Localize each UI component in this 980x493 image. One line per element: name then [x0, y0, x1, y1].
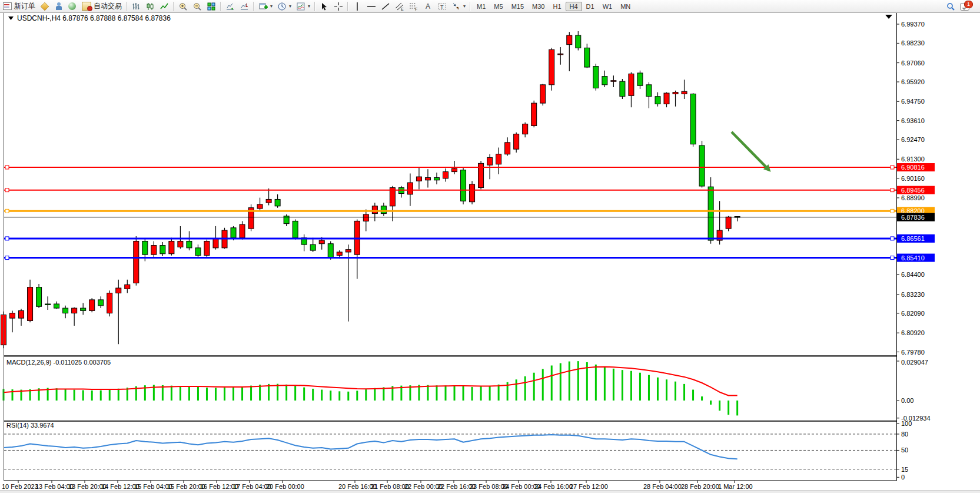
- chart-window[interactable]: MACD(12,26,9) -0.011025 0.0037050.029047…: [0, 13, 980, 490]
- candle-bullish: [407, 183, 413, 194]
- timeframe-h1[interactable]: H1: [549, 2, 565, 11]
- timeframe-m1[interactable]: M1: [473, 2, 490, 11]
- line-handle[interactable]: [5, 237, 9, 240]
- line-handle[interactable]: [891, 209, 894, 213]
- expert-advisors-button[interactable]: [52, 1, 65, 12]
- macd-histogram-bar: [206, 388, 208, 401]
- timeframe-d1[interactable]: D1: [582, 2, 599, 11]
- autotrading-button[interactable]: 自动交易: [79, 1, 124, 12]
- search-icon: [946, 2, 955, 11]
- time-axis-label: 21 Feb 08:00: [371, 483, 409, 490]
- text-label-icon: T: [437, 2, 447, 11]
- candle-bullish: [664, 93, 669, 104]
- rsi-label: RSI(14) 33.9674: [6, 422, 54, 429]
- macd-histogram-bar: [675, 382, 676, 401]
- zoom-in-button[interactable]: [176, 1, 190, 12]
- market-globe-button[interactable]: [65, 1, 79, 12]
- chart-canvas[interactable]: MACD(12,26,9) -0.011025 0.0037050.029047…: [0, 13, 980, 493]
- candle-bullish: [151, 246, 157, 255]
- line-chart-mode-button[interactable]: [157, 1, 171, 12]
- candlestick-mode-button[interactable]: [143, 1, 157, 12]
- candle-bearish: [195, 248, 201, 256]
- macd-axis-label: 0.00: [901, 397, 913, 404]
- new-chart-button[interactable]: ▾: [256, 1, 275, 12]
- price-badge-label: 6.85410: [901, 254, 925, 262]
- dropdown-arrow-icon: ▾: [463, 4, 466, 9]
- macd-histogram-bar: [710, 401, 712, 405]
- line-handle[interactable]: [5, 209, 9, 213]
- chart-shift-button[interactable]: [237, 1, 251, 12]
- price-axis-label: 6.97060: [901, 59, 925, 67]
- candle-bearish: [187, 241, 192, 247]
- candle-bearish: [620, 81, 625, 97]
- person-icon: [55, 2, 62, 10]
- new-order-button[interactable]: 新订单: [0, 1, 38, 12]
- line-handle[interactable]: [891, 237, 894, 240]
- auto-scroll-button[interactable]: [223, 1, 237, 12]
- template-button[interactable]: ▾: [294, 1, 313, 12]
- horizontal-line-tool-button[interactable]: [364, 1, 378, 12]
- macd-histogram-bar: [285, 385, 287, 401]
- period-clock-button[interactable]: ▾: [275, 1, 294, 12]
- candle-bearish: [602, 77, 607, 85]
- macd-histogram-bar: [498, 385, 500, 401]
- candle-bearish: [637, 73, 643, 85]
- macd-histogram-bar: [215, 388, 217, 401]
- line-handle[interactable]: [5, 188, 9, 192]
- svg-text:F: F: [415, 7, 417, 11]
- cursor-icon: [320, 2, 329, 11]
- macd-histogram-bar: [683, 384, 685, 401]
- price-axis-label: 6.84400: [901, 271, 925, 278]
- timeframe-h4[interactable]: H4: [566, 2, 582, 11]
- text-label-tool-button[interactable]: T: [435, 1, 449, 12]
- line-handle[interactable]: [5, 166, 9, 169]
- time-axis-label: 24 Feb 16:00: [534, 483, 573, 490]
- line-handle[interactable]: [891, 188, 894, 192]
- macd-histogram-bar: [330, 391, 331, 401]
- timeframe-w1[interactable]: W1: [599, 2, 617, 11]
- candle-bearish: [461, 170, 466, 201]
- arrows-tool-button[interactable]: ▾: [449, 1, 468, 12]
- rsi-axis-label: 80: [901, 431, 908, 438]
- candle-bullish: [470, 184, 475, 202]
- candle-bearish: [231, 228, 236, 238]
- crosshair-tool-button[interactable]: [331, 1, 346, 12]
- cursor-tool-button[interactable]: [317, 1, 331, 12]
- toolbar-separator: [220, 2, 221, 11]
- line-handle[interactable]: [891, 166, 894, 169]
- bar-chart-mode-button[interactable]: [129, 1, 143, 12]
- new-order-label: 新订单: [14, 1, 35, 11]
- macd-histogram-bar: [12, 389, 14, 401]
- timeframe-m5[interactable]: M5: [490, 2, 507, 11]
- macd-histogram-bar: [259, 385, 261, 401]
- macd-histogram-bar: [180, 386, 181, 401]
- macd-histogram-bar: [171, 386, 172, 401]
- text-tool-button[interactable]: A: [421, 1, 435, 12]
- search-button[interactable]: [944, 1, 958, 12]
- gold-diamond-button[interactable]: [38, 1, 52, 12]
- timeframe-m30[interactable]: M30: [528, 2, 549, 11]
- macd-histogram-bar: [74, 390, 75, 401]
- fibonacci-tool-button[interactable]: F: [407, 1, 421, 12]
- line-handle[interactable]: [891, 256, 894, 260]
- candle-bearish: [293, 221, 298, 237]
- tile-windows-button[interactable]: [204, 1, 218, 12]
- candle-bearish: [584, 48, 590, 67]
- zoom-out-button[interactable]: [190, 1, 204, 12]
- macd-histogram-bar: [542, 369, 544, 401]
- timeframe-m15[interactable]: M15: [507, 2, 528, 11]
- macd-histogram-bar: [118, 389, 119, 401]
- trendline-tool-button[interactable]: [378, 1, 393, 12]
- candle-bullish: [505, 143, 510, 154]
- macd-histogram-bar: [250, 386, 252, 401]
- vertical-line-tool-button[interactable]: [350, 1, 364, 12]
- timeframe-mn[interactable]: MN: [616, 2, 634, 11]
- new-order-icon: [3, 2, 12, 10]
- rsi-axis-label: 15: [901, 466, 908, 473]
- horizontal-line-icon: [367, 2, 376, 11]
- line-handle[interactable]: [5, 256, 9, 260]
- channel-tool-button[interactable]: E: [393, 1, 407, 12]
- candle-bearish: [655, 97, 660, 104]
- candle-bearish: [381, 206, 386, 214]
- notifications-button[interactable]: 1: [958, 1, 972, 12]
